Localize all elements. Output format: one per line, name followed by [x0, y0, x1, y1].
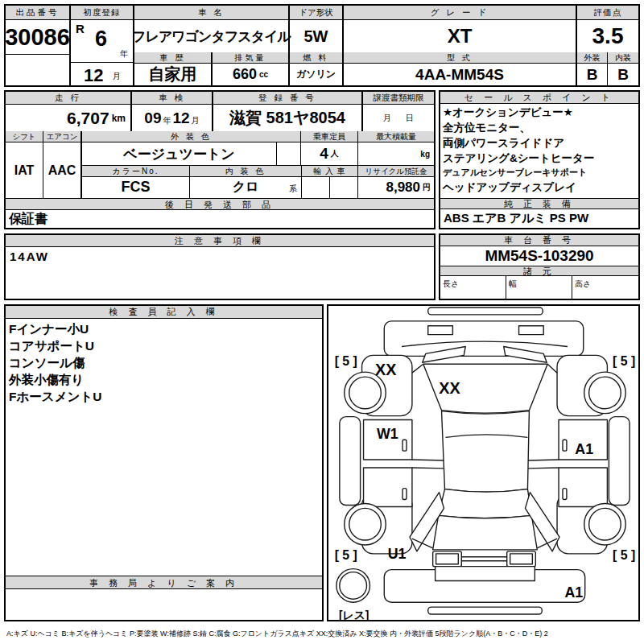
capacity-unit: 人 [331, 148, 339, 159]
door-handle [402, 440, 407, 451]
score-block: 評価点 3.5 外装 内装 B B [577, 6, 638, 85]
recycle-cell: 8,980 円 [358, 176, 434, 198]
recycle-value: 8,980 [386, 180, 420, 196]
displacement-value: 660 [233, 66, 257, 83]
int-color-value: クロ [233, 179, 259, 196]
mark-rear-bumper: A1 [564, 584, 583, 601]
grade-block: グ レ ー ド XT 型 式 4AA-MM54S [344, 6, 577, 85]
transfer-month-label: 月 [383, 113, 391, 124]
door-shape-block: ドア形状 5W 燃 料 ガソリン [290, 6, 344, 85]
door-handle [563, 489, 567, 500]
displacement-cell: 660 cc [213, 64, 288, 85]
max-load-label: 最大積載量 [358, 131, 434, 142]
tire-grade-front-right: [ 5 ] [613, 354, 635, 368]
spare-tire-status: [レス] [339, 609, 369, 620]
car-name-block: 車 名 フレアワゴンタフスタイル 車 歴 自家用 排気量 660 cc [134, 6, 290, 85]
shift-label: シフト [6, 131, 43, 142]
score-value: 3.5 [577, 20, 638, 52]
office-info-label: 事 務 局 よ り ご 案 内 [6, 576, 322, 589]
footer-legend: A:キズ U:ヘコミ B:キズを伴うヘコミ P:要塗装 W:補修跡 S:錆 C:… [6, 629, 641, 639]
score-label: 評価点 [577, 6, 638, 20]
mileage-value: 6,707 [67, 109, 109, 128]
spec-label: 諸 元 [440, 266, 638, 276]
fuel-label: 燃 料 [290, 52, 342, 64]
int-color-cell: クロ 系 [190, 176, 302, 198]
tire-grade-rear-right: [ 5 ] [613, 548, 635, 562]
notes-label: 注 意 事 項 欄 [6, 235, 434, 247]
rear-right-rim [589, 508, 621, 540]
history-label: 車 歴 [134, 52, 211, 64]
inspector-line: 外装小傷有り [9, 371, 322, 388]
mileage-cell: 6,707 km [6, 105, 132, 131]
aircon-label: エアコン [43, 131, 80, 142]
capacity-value: 4 [320, 145, 328, 163]
office-info-body [6, 589, 322, 620]
transfer-deadline-cell: 月 日 [363, 105, 434, 131]
sales-line: ステアリング&シートヒーター [443, 151, 636, 166]
notes-section: 注 意 事 項 欄 14AW [4, 233, 436, 300]
shaken-year-unit: 年 [163, 115, 171, 126]
chassis-no-value: MM54S-103290 [440, 246, 638, 266]
ext-color-empty-cell [277, 142, 301, 165]
front-left-lamp [428, 326, 453, 335]
tire-grade-rear-left: [ 5 ] [335, 548, 357, 562]
car-diagram: [ 5 ] [ 5 ] [ 5 ] [ 5 ] XX XX W1 A1 U1 A… [328, 306, 638, 620]
history-block: 車 歴 自家用 [134, 52, 213, 85]
first-registration-year-cell: R 6 年 [71, 20, 133, 62]
oem-equipment-label: 純 正 装 備 [440, 198, 638, 209]
shaken-cell: 09 年 12 月 [132, 105, 213, 131]
first-registration-block: 初度登録 R 6 年 12 月 [71, 6, 134, 85]
rear-moulding [428, 607, 543, 614]
car-name-value: フレアワゴンタフスタイル [134, 20, 288, 52]
aircon-value: AAC [43, 142, 80, 198]
year-unit: 年 [120, 48, 128, 60]
sales-line: デュアルセンサーブレーキサポート [443, 166, 636, 180]
notes-value: 14AW [6, 247, 434, 299]
sales-points-label: セ ー ル ス ポ イ ン ト [440, 92, 638, 104]
front-moulding [428, 308, 543, 315]
left-taillight-inner [436, 554, 459, 564]
era-value: R [76, 22, 85, 35]
inspector-label: 検 査 員 記 入 欄 [6, 306, 322, 319]
int-color-label: 内 装 色 [190, 166, 302, 177]
capacity-cell: 4 人 [301, 142, 358, 165]
front-right-rim [589, 377, 621, 409]
exterior-label: 外装 [577, 52, 608, 64]
reg-no-value: 滋賀 581ヤ8054 [213, 105, 363, 131]
interior-grade-value: B [608, 64, 638, 85]
rear-window [439, 489, 532, 518]
auction-no-value: 30086 [6, 20, 69, 54]
capacity-label: 乗車定員 [301, 131, 358, 142]
right-rocker-panel [609, 417, 630, 506]
mileage-unit: km [112, 113, 126, 124]
shaken-year: 09 [144, 109, 161, 127]
recycle-label: リサイクル預託金 [358, 166, 434, 177]
recycle-unit: 円 [423, 182, 431, 193]
reg-no-label: 登 録 番 号 [213, 92, 363, 105]
door-handle [402, 489, 407, 500]
sales-line: 両側パワースライドドア [443, 135, 636, 151]
mark-front-right-door: A1 [575, 441, 593, 457]
inspector-line: FホースメントU [9, 388, 322, 405]
door-handle [563, 440, 567, 451]
auction-no-empty-cell [6, 54, 69, 85]
max-load-cell: kg [358, 142, 434, 165]
front-right-lamp [519, 326, 544, 335]
car-name-label: 車 名 [134, 6, 288, 20]
grade-value: XT [344, 20, 576, 52]
first-reg-year-value: 6 [95, 27, 107, 52]
spec-length-label: 長さ [440, 276, 506, 299]
sales-points-section: セ ー ル ス ポ イ ン ト ★オークションデビュー★ 全方位モニター、 両側… [439, 90, 640, 229]
month-unit: 月 [113, 71, 121, 82]
front-left-rim [349, 377, 382, 409]
mark-rear-left: U1 [388, 546, 407, 562]
shaken-month: 12 [173, 109, 190, 127]
inspector-line: コンソール傷 [9, 354, 322, 371]
car-diagram-section: [ 5 ] [ 5 ] [ 5 ] [ 5 ] XX XX W1 A1 U1 A… [327, 304, 640, 621]
inspector-body: Fインナー小U コアサポートU コンソール傷 外装小傷有り FホースメントU [6, 319, 322, 576]
color-no-value: FCS [82, 176, 190, 198]
import-car-cell-2 [330, 176, 358, 198]
spec-width-label: 幅 [506, 276, 572, 299]
rear-left-rim [349, 508, 382, 540]
first-reg-month-value: 12 [84, 65, 103, 86]
